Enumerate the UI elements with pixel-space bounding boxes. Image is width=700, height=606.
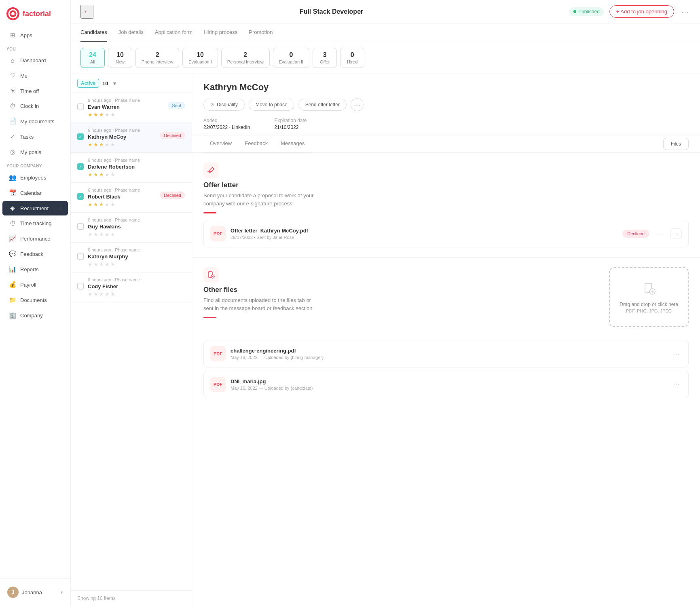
detail-tab-messages[interactable]: Messages xyxy=(274,135,311,152)
stage-new-label: New xyxy=(116,59,125,64)
stage-evaluation-ii[interactable]: 0 Evaluation II xyxy=(273,48,310,68)
sidebar-item-calendar[interactable]: 📅 Calendar xyxy=(2,186,68,200)
disqualify-button[interactable]: ⊘ Disqualify xyxy=(203,99,245,111)
candidate-meta: 6 hours ago · Phase name xyxy=(88,98,164,103)
sidebar-item-recruitment[interactable]: ◈ Recruitment › xyxy=(2,201,68,215)
tab-candidates[interactable]: Candidates xyxy=(80,23,107,42)
stage-personal-interview[interactable]: 2 Personal interview xyxy=(221,48,270,68)
offer-letter-header: Offer letter Send your candidate a propo… xyxy=(203,163,689,207)
star-empty: ★ xyxy=(110,171,115,177)
logo-text: factorial xyxy=(23,10,51,18)
expiration-group: Expiration date 21/10/2022 xyxy=(274,118,307,130)
added-label: Added xyxy=(203,118,250,123)
sidebar-item-company[interactable]: 🏢 Company xyxy=(2,308,68,323)
sidebar-item-employees[interactable]: 👥 Employees xyxy=(2,170,68,185)
company-section-label: YOUR COMPANY xyxy=(0,160,70,170)
candidate-checkbox[interactable]: ✓ xyxy=(77,193,84,200)
tab-hiring-process[interactable]: Hiring process xyxy=(204,23,237,42)
sidebar-item-clock-in[interactable]: ⏱ Clock in xyxy=(2,99,68,113)
offer-letter-desc: Send your candidate a proposal to work a… xyxy=(203,192,317,207)
sidebar-item-time-tracking[interactable]: ⏱ Time tracking xyxy=(2,216,68,230)
candidate-details: Added 22/07/2022 · LinkedIn Expiration d… xyxy=(203,118,689,130)
candidate-item[interactable]: ✓ 6 hours ago · Phase name Robert Black … xyxy=(71,183,192,213)
user-profile[interactable]: J Johanna ▾ xyxy=(3,583,67,601)
sidebar-item-my-goals[interactable]: ◎ My goals xyxy=(2,145,68,159)
stage-new-count: 10 xyxy=(116,51,124,59)
detail-tab-overview[interactable]: Overview xyxy=(203,135,238,152)
sidebar-item-me[interactable]: ♡ Me xyxy=(2,68,68,83)
star: ★ xyxy=(88,171,93,177)
candidate-item[interactable]: ✓ 6 hours ago · Phase name Kathryn McCoy… xyxy=(71,123,192,153)
more-actions-button[interactable]: ⋯ xyxy=(351,98,364,111)
candidate-checkbox[interactable]: ✓ xyxy=(77,163,84,170)
files-button[interactable]: Files xyxy=(663,138,689,150)
stage-eval2-count: 0 xyxy=(289,51,293,59)
detail-tab-feedback[interactable]: Feedback xyxy=(238,135,274,152)
stage-evaluation-i[interactable]: 10 Evaluation I xyxy=(182,48,218,68)
sidebar-item-performance[interactable]: 📈 Performance xyxy=(2,231,68,246)
tab-application-form[interactable]: Application form xyxy=(155,23,192,42)
tab-promotion[interactable]: Promotion xyxy=(249,23,273,42)
star-empty: ★ xyxy=(88,261,93,267)
stage-phone-interview[interactable]: 2 Phone interview xyxy=(135,48,179,68)
sidebar-item-payroll[interactable]: 💰 Payroll xyxy=(2,277,68,292)
candidate-checkbox[interactable]: ✓ xyxy=(77,133,84,140)
candidate-item[interactable]: 6 hours ago · Phase name Kathryn Murphy … xyxy=(71,243,192,272)
sidebar-item-tasks[interactable]: ✓ Tasks xyxy=(2,129,68,144)
tab-job-details[interactable]: Job details xyxy=(118,23,144,42)
added-value: 22/07/2022 · LinkedIn xyxy=(203,125,250,130)
candidate-checkbox[interactable] xyxy=(77,283,84,289)
candidate-item[interactable]: 6 hours ago · Phase name Guy Hawkins ★ ★… xyxy=(71,213,192,243)
candidate-item[interactable]: 6 hours ago · Phase name Cody Fisher ★ ★… xyxy=(71,272,192,302)
stage-bar: 24 All 10 New 2 Phone interview 10 Evalu… xyxy=(71,42,700,74)
stage-offer[interactable]: 3 Offer xyxy=(313,48,337,68)
file-more-button[interactable]: ⋯ xyxy=(670,379,682,390)
file-more-button[interactable]: ⋯ xyxy=(654,228,666,239)
filter-dropdown[interactable]: ▾ xyxy=(113,80,116,87)
published-label: Published xyxy=(578,9,600,15)
file-circle-icon xyxy=(207,270,216,279)
stage-new[interactable]: 10 New xyxy=(108,48,132,68)
file-go-button[interactable]: → xyxy=(670,228,682,239)
star-empty: ★ xyxy=(110,201,115,207)
candidate-checkbox[interactable] xyxy=(77,223,84,230)
candidate-name: Darlene Robertson xyxy=(88,164,185,170)
send-offer-letter-button[interactable]: Send offer letter xyxy=(298,99,347,111)
star-empty: ★ xyxy=(93,231,98,237)
svg-point-2 xyxy=(11,12,15,15)
drop-zone[interactable]: Drag and drop or click here PDF, PNG, JP… xyxy=(609,267,689,327)
file-name: challenge-engineering.pdf xyxy=(231,348,666,354)
add-to-job-button[interactable]: + Add to job openning xyxy=(609,5,674,18)
detail-header: Kathryn McCoy ⊘ Disqualify Move to phase… xyxy=(192,74,700,135)
file-more-button[interactable]: ⋯ xyxy=(670,348,682,359)
sidebar-item-dashboard[interactable]: ⌂ Dashboard xyxy=(2,53,68,68)
star-empty: ★ xyxy=(110,112,115,118)
sidebar-item-documents[interactable]: 📁 Documents xyxy=(2,293,68,307)
star: ★ xyxy=(99,141,104,148)
more-options-button[interactable]: ⋯ xyxy=(680,6,690,18)
star: ★ xyxy=(99,171,104,177)
stage-hired-count: 0 xyxy=(351,51,354,59)
sidebar-item-time-off[interactable]: ☀ Time off xyxy=(2,84,68,98)
sidebar-item-reports[interactable]: 📊 Reports xyxy=(2,262,68,277)
sidebar-item-feedback[interactable]: 💬 Feedback xyxy=(2,247,68,261)
candidate-checkbox[interactable] xyxy=(77,253,84,260)
candidate-item[interactable]: 6 hours ago · Phase name Evan Warren ★ ★… xyxy=(71,93,192,123)
stage-all[interactable]: 24 All xyxy=(80,48,105,68)
move-to-phase-button[interactable]: Move to phase xyxy=(249,99,294,111)
feedback-icon: 💬 xyxy=(9,250,16,258)
star-empty: ★ xyxy=(93,291,98,297)
sidebar-item-my-documents[interactable]: 📄 My documents xyxy=(2,114,68,129)
stage-hired[interactable]: 0 Hired xyxy=(340,48,364,68)
reports-icon: 📊 xyxy=(9,266,16,273)
back-button[interactable]: ← xyxy=(80,5,93,19)
star-empty: ★ xyxy=(105,112,110,118)
candidate-info: 6 hours ago · Phase name Robert Black ★ … xyxy=(88,188,156,207)
expiration-label: Expiration date xyxy=(274,118,307,123)
candidate-checkbox[interactable] xyxy=(77,103,84,110)
dashboard-icon: ⌂ xyxy=(9,57,16,64)
sidebar-item-apps[interactable]: ⊞ Apps xyxy=(2,28,68,42)
candidate-stars: ★ ★ ★ ★ ★ xyxy=(88,291,185,297)
candidate-item[interactable]: ✓ 6 hours ago · Phase name Darlene Rober… xyxy=(71,153,192,183)
stage-offer-label: Offer xyxy=(320,59,330,64)
